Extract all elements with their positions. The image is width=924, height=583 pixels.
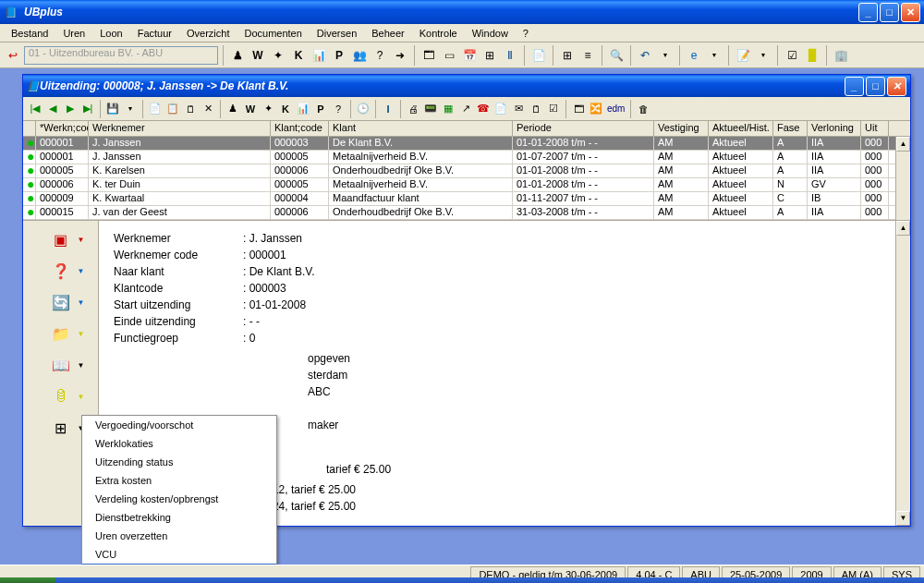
child-maximize-button[interactable]: □ [866,77,885,96]
menu-loon[interactable]: Loon [92,26,129,41]
trash-icon[interactable]: 🗑 [635,101,651,117]
menu-window[interactable]: Window [465,26,516,41]
menu-kontrole[interactable]: Kontrole [412,26,465,41]
ct-p-icon[interactable]: P [312,101,329,117]
grid-col-uit[interactable]: Uit [861,121,889,136]
menu-bestand[interactable]: Bestand [4,26,55,41]
sb-book-icon[interactable]: 📖▼ [46,354,76,376]
ct-check-icon[interactable]: ☑ [545,101,562,117]
menu-item[interactable]: VCU [82,545,276,564]
tb-icon-chart[interactable]: 📊 [310,46,328,65]
tb-icon-window2[interactable]: ▭ [440,46,458,65]
scroll-down-icon[interactable]: ▼ [896,511,910,526]
grid-col-vestiging[interactable]: Vestiging [654,121,709,136]
grid-col-klant[interactable]: Klant [329,121,513,136]
edit-icon[interactable]: 🗒 [182,101,199,117]
grid-col-fase[interactable]: Fase [773,121,808,136]
tb-icon-calendar[interactable]: 📅 [460,46,479,65]
child-close-button[interactable]: ✕ [887,77,906,96]
scroll-up-icon[interactable]: ▲ [896,221,910,236]
tb-icon-check[interactable]: ☑ [783,46,801,65]
company-combo[interactable]: 01 - Uitzendbureau BV. - ABU [24,46,218,65]
clock-icon[interactable]: 🕒 [355,101,371,117]
ct-tree-icon[interactable]: 🔀 [588,101,604,117]
menu-item[interactable]: Koppeling E-Uur [82,564,276,565]
menu-uren[interactable]: Uren [55,26,92,41]
tb-icon-k[interactable]: K [289,46,308,65]
menu-beheer[interactable]: Beheer [364,26,411,41]
tb-icon-table[interactable]: ⊞ [558,46,577,65]
maximize-button[interactable]: □ [880,3,899,22]
new-icon[interactable]: 📄 [147,101,164,117]
menu-item[interactable]: Uren overzetten [82,527,276,545]
ct-win-icon[interactable]: 🗔 [570,101,587,117]
grid-col-periode[interactable]: Periode [513,121,654,136]
nav-last-icon[interactable]: ▶| [79,101,96,117]
sb-folder-icon[interactable]: 📁▼ [46,322,76,345]
tb-icon-p[interactable]: P [330,46,348,65]
tb-icon-person[interactable]: ♟ [228,46,247,65]
start-button[interactable] [0,577,55,583]
grid-col-marker[interactable] [23,121,36,136]
ct-help-icon[interactable]: ? [330,101,346,117]
sb-db-icon[interactable]: 🛢▼ [46,385,76,407]
menu-documenten[interactable]: Documenten [237,26,309,41]
nav-prev-icon[interactable]: ◀ [44,101,61,117]
menu-item[interactable]: Dienstbetrekking [82,508,276,527]
delete-icon[interactable]: ✕ [200,101,216,117]
menu-item[interactable]: Verdeling kosten/opbrengst [82,490,276,508]
table-row[interactable]: ●000005K. Karelsen000006Onderhoudbedrijf… [23,164,910,178]
ct-star-icon[interactable]: ✦ [260,101,276,117]
tb-icon-word[interactable]: 📝 [734,46,752,65]
tb-icon-dropdown1[interactable]: ▼ [656,46,675,65]
grid-col-code[interactable]: *Werkn;code [36,121,89,136]
copy-icon[interactable]: 📋 [164,101,181,117]
ct-i-icon[interactable]: I [380,101,396,117]
dropdown-save-icon[interactable]: ▼ [122,101,139,117]
ct-chart-icon[interactable]: 📊 [295,101,311,117]
menu-factuur[interactable]: Factuur [130,26,179,41]
save-icon[interactable]: 💾 [104,101,121,117]
detail-scrollbar[interactable]: ▲ ▼ [895,221,910,526]
tb-icon-arrow[interactable]: ➜ [391,46,409,65]
tb-icon-note[interactable]: ▉ [803,46,821,65]
close-button[interactable]: ✕ [901,3,920,22]
table-row[interactable]: ●000001J. Janssen000005Metaalnijverheid … [23,151,910,164]
edm-label[interactable]: edm [605,103,626,114]
phone-icon[interactable]: ☎ [475,101,492,117]
grid-col-werknemer[interactable]: Werknemer [89,121,271,136]
sb-refresh-icon[interactable]: 🔄▼ [46,291,76,313]
sb-table-icon[interactable]: ⊞▼ [46,417,76,439]
menu-help[interactable]: ? [516,26,536,41]
sb-help-icon[interactable]: ❓▼ [46,260,76,282]
tb-icon-window1[interactable]: 🗔 [419,46,438,65]
tb-icon-pause[interactable]: Ⅱ [501,46,519,65]
tb-icon-grid[interactable]: ⊞ [480,46,499,65]
table-row[interactable]: ●000001J. Janssen000003De Klant B.V.01-0… [23,137,910,151]
scroll-up-icon[interactable]: ▲ [896,137,910,152]
ct-k-icon[interactable]: K [277,101,294,117]
child-minimize-button[interactable]: _ [845,77,864,96]
tb-icon-star[interactable]: ✦ [269,46,287,65]
menu-overzicht[interactable]: Overzicht [179,26,237,41]
tb-icon-people[interactable]: 👥 [350,46,369,65]
grid-col-verloning[interactable]: Verloning [808,121,861,136]
tb-icon-doc[interactable]: 📄 [529,46,548,65]
tb-icon-dropdown3[interactable]: ▼ [754,46,772,65]
ct-doc-icon[interactable]: 📄 [492,101,509,117]
grid-col-klantcode[interactable]: Klant;code [271,121,329,136]
ct-mail-icon[interactable]: ✉ [510,101,527,117]
tb-icon-undo[interactable]: ↶ [636,46,654,65]
tb-icon-list[interactable]: ≡ [578,46,597,65]
tb-icon-building[interactable]: 🏢 [832,46,850,65]
ct-green-icon[interactable]: ▦ [440,101,456,117]
grid-col-aktueel[interactable]: Aktueel/Hist. [709,121,773,136]
sb-blocks-icon[interactable]: ▣▼ [46,228,76,250]
ct-person-icon[interactable]: ♟ [225,101,241,117]
tb-icon-ie[interactable]: e [685,46,703,65]
tb-icon-dropdown2[interactable]: ▼ [705,46,723,65]
ct-note-icon[interactable]: 🗒 [528,101,544,117]
table-row[interactable]: ●000015J. van der Geest000006Onderhoudbe… [23,206,910,220]
menu-diversen[interactable]: Diversen [310,26,364,41]
tb-icon-w[interactable]: W [249,46,267,65]
